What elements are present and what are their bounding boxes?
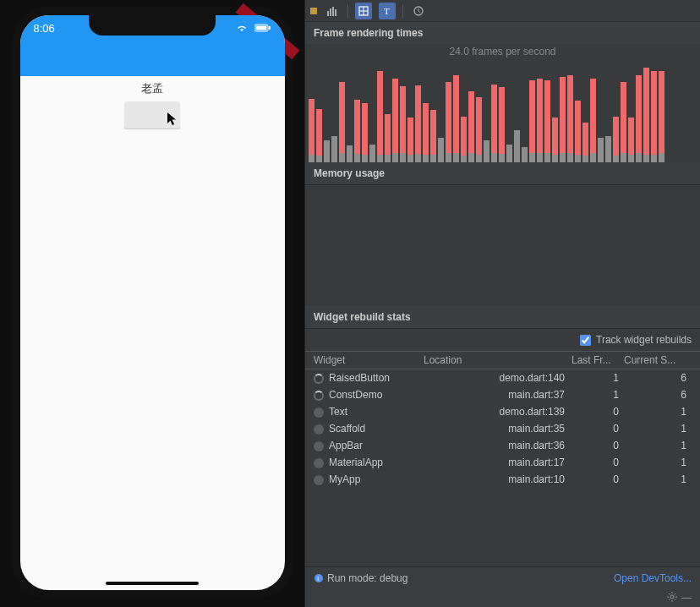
wifi-icon — [236, 22, 251, 35]
frame-bar[interactable] — [506, 145, 512, 162]
widget-rebuild-stats: Track widget rebuilds Widget Location La… — [305, 328, 700, 566]
table-row[interactable]: ConstDemomain.dart:3716 — [305, 386, 700, 403]
table-row[interactable]: Scaffoldmain.dart:3501 — [305, 420, 700, 437]
frame-bar[interactable] — [446, 82, 451, 162]
spinner-icon — [314, 391, 324, 401]
svg-point-14 — [670, 595, 674, 599]
svg-rect-4 — [330, 8, 331, 16]
toolbar-separator — [347, 4, 348, 18]
frame-bar[interactable] — [407, 118, 413, 162]
frame-bar[interactable] — [438, 138, 444, 162]
frame-bar[interactable] — [598, 138, 604, 162]
frame-bar[interactable] — [491, 85, 497, 162]
idle-dot-icon — [314, 441, 324, 451]
idle-dot-icon — [314, 407, 324, 418]
text-baseline-icon[interactable]: T — [379, 3, 396, 19]
frame-bar[interactable] — [331, 136, 337, 162]
frame-bar[interactable] — [560, 77, 566, 162]
frame-bar[interactable] — [567, 75, 573, 162]
table-row[interactable]: RaisedButtondemo.dart:14016 — [305, 369, 700, 386]
frame-bar[interactable] — [621, 82, 626, 162]
idle-dot-icon — [314, 475, 324, 485]
frame-bar[interactable] — [552, 118, 558, 162]
col-current: Current S... — [624, 354, 692, 366]
idle-dot-icon — [314, 458, 324, 468]
frame-bar[interactable] — [613, 117, 619, 162]
svg-rect-2 — [269, 26, 271, 30]
frame-bar[interactable] — [484, 140, 489, 162]
frame-bar[interactable] — [324, 140, 330, 162]
frame-bar[interactable] — [537, 79, 543, 162]
svg-rect-5 — [332, 7, 334, 16]
frame-bar[interactable] — [636, 75, 642, 162]
collapse-icon[interactable]: — — [681, 592, 692, 604]
frame-bar[interactable] — [651, 71, 657, 162]
frame-bar[interactable] — [377, 71, 383, 162]
frame-bar[interactable] — [461, 117, 467, 162]
frame-bar[interactable] — [415, 85, 421, 162]
frame-bar[interactable] — [369, 145, 375, 162]
table-row[interactable]: AppBarmain.dart:3601 — [305, 437, 700, 454]
frame-bar[interactable] — [628, 118, 634, 162]
gear-icon[interactable] — [666, 591, 678, 605]
flutter-performance-panel: T Frame rendering times 24.0 frames per … — [304, 0, 700, 607]
frame-bar[interactable] — [476, 97, 482, 162]
battery-icon — [254, 22, 271, 35]
frame-bar[interactable] — [362, 103, 368, 162]
frame-bar[interactable] — [339, 82, 345, 162]
timeline-icon[interactable] — [410, 3, 427, 19]
frame-bar[interactable] — [309, 99, 314, 162]
toolbar-separator — [402, 4, 403, 18]
home-indicator — [106, 582, 199, 585]
frame-bar[interactable] — [544, 80, 550, 162]
svg-rect-3 — [327, 11, 329, 16]
svg-rect-6 — [335, 9, 336, 16]
open-devtools-link[interactable]: Open DevTools... — [614, 572, 692, 584]
status-icons — [232, 22, 271, 76]
frame-bar[interactable] — [643, 68, 649, 162]
frame-bar[interactable] — [430, 110, 436, 162]
phone-frame: DEBUG 8:06 老孟 — [12, 7, 293, 599]
fps-label: 24.0 frames per second — [305, 46, 700, 57]
memory-usage-chart[interactable] — [305, 184, 700, 306]
frame-bar[interactable] — [453, 75, 459, 162]
stats-table-body: RaisedButtondemo.dart:14016ConstDemomain… — [305, 369, 700, 488]
track-rebuilds-checkbox[interactable] — [580, 335, 591, 346]
track-rebuilds-label: Track widget rebuilds — [596, 334, 692, 346]
frame-rendering-chart[interactable]: 24.0 frames per second — [305, 44, 700, 162]
memory-section-title: Memory usage — [305, 162, 700, 184]
frame-bar[interactable] — [522, 147, 528, 162]
info-icon: i — [314, 573, 324, 583]
frame-bar[interactable] — [347, 145, 353, 162]
frame-bar[interactable] — [529, 80, 535, 162]
status-time: 8:06 — [34, 22, 55, 76]
frame-bar[interactable] — [423, 103, 429, 162]
col-widget: Widget — [314, 354, 424, 366]
idle-dot-icon — [314, 424, 324, 435]
frame-bar[interactable] — [582, 123, 588, 162]
frame-section-title: Frame rendering times — [305, 22, 700, 44]
frame-bar[interactable] — [400, 86, 406, 162]
layout-explorer-icon[interactable] — [355, 3, 372, 19]
frame-bar[interactable] — [659, 71, 664, 162]
frame-bar[interactable] — [514, 130, 520, 162]
notch — [89, 15, 216, 36]
frame-bar[interactable] — [590, 79, 596, 162]
frame-bar[interactable] — [316, 109, 322, 162]
table-row[interactable]: Textdemo.dart:13901 — [305, 403, 700, 420]
frame-bar[interactable] — [392, 79, 398, 162]
phone-screen[interactable]: 8:06 老孟 — [20, 15, 285, 590]
svg-text:T: T — [384, 6, 390, 16]
frame-bar[interactable] — [605, 136, 611, 162]
app-body: 老孟 — [20, 76, 285, 129]
frame-bar[interactable] — [468, 91, 474, 162]
chart-bars — [305, 63, 700, 162]
col-location: Location — [424, 354, 571, 366]
frame-chart-tab-icon[interactable] — [324, 3, 341, 19]
frame-bar[interactable] — [385, 114, 391, 162]
table-row[interactable]: MyAppmain.dart:1001 — [305, 471, 700, 488]
frame-bar[interactable] — [499, 87, 505, 162]
table-row[interactable]: MaterialAppmain.dart:1701 — [305, 454, 700, 471]
frame-bar[interactable] — [354, 100, 360, 162]
frame-bar[interactable] — [575, 101, 581, 162]
